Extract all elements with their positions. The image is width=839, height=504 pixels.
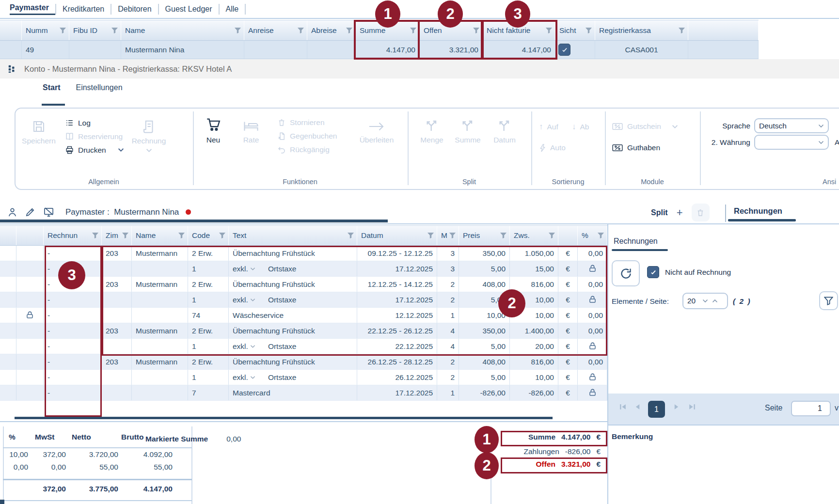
column-header-sicht[interactable]: Sicht bbox=[555, 20, 595, 40]
transfer-button[interactable]: Überleiten bbox=[355, 120, 398, 144]
edit-pencil-icon[interactable] bbox=[25, 206, 36, 218]
chevron-down-icon[interactable] bbox=[250, 298, 255, 302]
ribbon-tab-start[interactable]: Start bbox=[43, 83, 60, 92]
filter-funnel-icon[interactable] bbox=[297, 27, 304, 34]
undo-button[interactable]: Rückgängig bbox=[277, 145, 330, 154]
filter-funnel-icon[interactable] bbox=[59, 27, 66, 34]
chevron-down-icon[interactable] bbox=[702, 299, 708, 303]
next-page-button[interactable] bbox=[672, 403, 681, 411]
column-header-name[interactable]: Name bbox=[121, 20, 244, 40]
split-sum-button[interactable]: Summe bbox=[452, 117, 484, 144]
tab-alle[interactable]: Alle bbox=[220, 5, 245, 14]
invoice-button[interactable]: Rechnung bbox=[127, 119, 171, 153]
person-icon[interactable] bbox=[7, 206, 18, 218]
chevron-up-icon[interactable] bbox=[712, 299, 718, 303]
charge-row[interactable]: -203Mustermann2 Erw.Übernachtung Frühstü… bbox=[0, 354, 607, 370]
charge-row[interactable]: -203Mustermann2 Erw.Übernachtung Frühstü… bbox=[0, 323, 607, 339]
tab-paymaster[interactable]: Paymaster bbox=[10, 3, 55, 15]
second-currency-select[interactable] bbox=[754, 135, 829, 150]
column-header-m[interactable]: M bbox=[437, 226, 459, 245]
charge-row[interactable]: -1exkl.Ortstaxe17.12.202535,0015,00€ bbox=[0, 261, 607, 277]
language-select[interactable]: Deutsch bbox=[754, 118, 829, 133]
voucher-button[interactable]: Gutschein bbox=[612, 122, 678, 131]
charge-row[interactable]: -7Mastercard17.12.20251-826,00-826,00€ bbox=[0, 385, 607, 401]
column-header-text[interactable]: Text bbox=[229, 226, 357, 245]
cancel-charge-button[interactable]: Stornieren bbox=[277, 118, 325, 127]
charge-row[interactable]: -1exkl.Ortstaxe22.12.202545,0020,00€ bbox=[0, 339, 607, 354]
column-header-zws[interactable]: Zws. bbox=[510, 226, 558, 245]
monitor-off-icon[interactable] bbox=[43, 206, 55, 218]
print-button[interactable]: Drucken bbox=[65, 145, 124, 155]
column-header-numm[interactable]: Numm bbox=[22, 20, 69, 40]
credit-balance-button[interactable]: Guthaben bbox=[612, 143, 660, 152]
chevron-down-icon[interactable] bbox=[250, 376, 255, 379]
split-quantity-button[interactable]: Menge bbox=[416, 117, 448, 144]
column-header-rechnun[interactable]: Rechnun bbox=[44, 226, 102, 245]
current-page-button[interactable]: 1 bbox=[648, 401, 665, 418]
filter-funnel-icon[interactable] bbox=[122, 232, 129, 239]
charge-row[interactable]: -1exkl.Ortstaxe26.12.202525,0010,00€ bbox=[0, 370, 607, 385]
ribbon-tab-einstellungen[interactable]: Einstellungen bbox=[76, 83, 122, 92]
filter-funnel-icon[interactable] bbox=[111, 27, 118, 34]
filter-funnel-icon[interactable] bbox=[347, 232, 354, 239]
sort-up-button[interactable]: ↑Auf bbox=[539, 122, 558, 132]
column-header-datum[interactable]: Datum bbox=[357, 226, 437, 245]
chevron-down-icon[interactable] bbox=[250, 267, 255, 271]
tab-guest-ledger[interactable]: Guest Ledger bbox=[159, 5, 219, 14]
tab-kreditkarten[interactable]: Kreditkarten bbox=[56, 5, 111, 14]
filter-funnel-icon[interactable] bbox=[234, 27, 241, 34]
delete-split-button[interactable] bbox=[692, 204, 710, 221]
first-page-button[interactable] bbox=[619, 403, 627, 411]
counter-book-button[interactable]: Gegenbuchen bbox=[277, 132, 337, 141]
column-header-name[interactable]: Name bbox=[132, 226, 188, 245]
prev-page-button[interactable] bbox=[633, 403, 642, 411]
filter-funnel-icon[interactable] bbox=[545, 27, 553, 34]
filter-button[interactable] bbox=[819, 291, 838, 310]
tax-cell: 55,00 bbox=[66, 463, 118, 475]
new-charge-button[interactable]: Neu bbox=[198, 116, 229, 144]
paymaster-list-row[interactable]: 49Mustermann Nina4.147,003.321,004.147,0… bbox=[0, 41, 759, 59]
column-header-registrierkassa[interactable]: Registrierkassa bbox=[595, 20, 688, 40]
not-on-invoice-filter[interactable]: Nicht auf Rechnung bbox=[647, 266, 731, 278]
add-split-button[interactable]: + bbox=[677, 206, 683, 219]
filter-funnel-icon[interactable] bbox=[178, 232, 185, 239]
refresh-button[interactable] bbox=[612, 260, 640, 286]
filter-funnel-icon[interactable] bbox=[92, 232, 99, 239]
tab-rechnungen[interactable]: Rechnungen bbox=[734, 206, 782, 216]
last-page-button[interactable] bbox=[688, 403, 696, 411]
split-date-button[interactable]: Datum bbox=[489, 117, 521, 144]
filter-funnel-icon[interactable] bbox=[410, 27, 417, 34]
filter-funnel-icon[interactable] bbox=[346, 27, 353, 34]
checkbox-checked[interactable] bbox=[647, 266, 659, 278]
filter-funnel-icon[interactable] bbox=[500, 232, 507, 239]
column-header-zim[interactable]: Zim bbox=[102, 226, 132, 245]
column-header-anreise[interactable]: Anreise bbox=[244, 20, 307, 40]
reservation-button[interactable]: Reservierung bbox=[65, 132, 123, 141]
sort-auto-button[interactable]: Auto bbox=[539, 143, 566, 152]
filter-funnel-icon[interactable] bbox=[449, 232, 456, 239]
column-header-abreise[interactable]: Abreise bbox=[307, 20, 356, 40]
filter-funnel-icon[interactable] bbox=[678, 27, 685, 34]
rate-button[interactable]: Rate bbox=[237, 119, 266, 144]
filter-funnel-icon[interactable] bbox=[473, 27, 480, 34]
log-button[interactable]: Log bbox=[65, 118, 91, 127]
column-header-preis[interactable]: Preis bbox=[459, 226, 510, 245]
column-header-[interactable]: % bbox=[578, 226, 607, 245]
column-header-fibu-id[interactable]: Fibu ID bbox=[69, 20, 121, 40]
column-header-code[interactable]: Code bbox=[188, 226, 229, 245]
sort-down-button[interactable]: ↓Ab bbox=[572, 122, 589, 132]
save-button[interactable]: Speichern bbox=[16, 119, 61, 145]
page-input[interactable] bbox=[791, 401, 831, 416]
chevron-down-icon[interactable] bbox=[118, 148, 124, 152]
chevron-down-icon[interactable] bbox=[250, 345, 255, 348]
checkbox-checked[interactable] bbox=[558, 44, 570, 56]
filter-funnel-icon[interactable] bbox=[219, 232, 226, 239]
cell-zws: 1.050,00 bbox=[510, 246, 558, 261]
tab-debitoren[interactable]: Debitoren bbox=[111, 5, 158, 14]
charge-row[interactable]: -203Mustermann2 Erw.Übernachtung Frühstü… bbox=[0, 246, 607, 261]
page-size-stepper[interactable]: 20 bbox=[682, 293, 728, 309]
filter-funnel-icon[interactable] bbox=[427, 232, 434, 239]
filter-funnel-icon[interactable] bbox=[548, 232, 555, 239]
filter-funnel-icon[interactable] bbox=[597, 232, 604, 239]
filter-funnel-icon[interactable] bbox=[585, 27, 592, 34]
